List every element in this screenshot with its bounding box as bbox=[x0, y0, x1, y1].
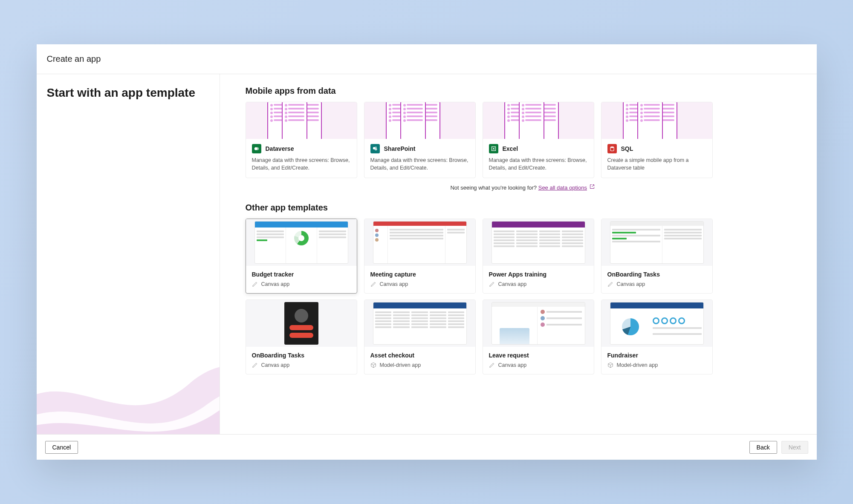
cube-icon bbox=[607, 362, 613, 368]
cube-icon bbox=[370, 362, 376, 368]
pencil-icon bbox=[370, 281, 376, 287]
data-source-desc: Manage data with three screens: Browse, … bbox=[252, 157, 351, 172]
template-type: Canvas app bbox=[489, 362, 588, 368]
templates-grid: Budget tracker Canvas app Meeting captur… bbox=[246, 219, 800, 374]
template-card-onboarding-tasks[interactable]: OnBoarding Tasks Canvas app bbox=[246, 300, 357, 374]
template-card-leave-request[interactable]: Leave request Canvas app bbox=[483, 300, 594, 374]
options-prompt: Not seeing what you're looking for? bbox=[450, 184, 538, 191]
data-source-card-sql[interactable]: SQL Create a simple mobile app from a Da… bbox=[601, 102, 713, 178]
template-name: Power Apps training bbox=[489, 271, 588, 278]
data-source-name: Excel bbox=[503, 145, 518, 152]
data-source-card-dataverse[interactable]: Dataverse Manage data with three screens… bbox=[246, 102, 357, 178]
data-source-thumb bbox=[483, 102, 594, 139]
back-button[interactable]: Back bbox=[749, 441, 777, 454]
template-name: Budget tracker bbox=[252, 271, 351, 278]
template-name: Asset checkout bbox=[370, 352, 469, 359]
template-thumb bbox=[601, 219, 712, 266]
footer: Cancel Back Next bbox=[37, 434, 817, 460]
template-type: Canvas app bbox=[370, 281, 469, 287]
template-name: OnBoarding Tasks bbox=[252, 352, 351, 359]
template-type: Canvas app bbox=[489, 281, 588, 287]
template-thumb bbox=[364, 219, 475, 266]
template-card-meeting-capture[interactable]: Meeting capture Canvas app bbox=[364, 219, 476, 294]
template-type: Canvas app bbox=[607, 281, 706, 287]
template-type: Canvas app bbox=[252, 281, 351, 287]
template-name: Fundraiser bbox=[607, 352, 706, 359]
dataverse-icon bbox=[252, 144, 261, 153]
excel-icon bbox=[489, 144, 498, 153]
template-name: OnBoarding Tasks bbox=[607, 271, 706, 278]
mobile-section-title: Mobile apps from data bbox=[246, 86, 800, 96]
cancel-button[interactable]: Cancel bbox=[45, 441, 78, 454]
pencil-icon bbox=[489, 362, 495, 368]
next-button[interactable]: Next bbox=[781, 441, 808, 454]
template-thumb bbox=[246, 300, 357, 347]
template-thumb bbox=[601, 300, 712, 347]
data-source-thumb bbox=[246, 102, 357, 139]
template-type: Canvas app bbox=[252, 362, 351, 368]
template-row: OnBoarding Tasks Canvas app Asset checko… bbox=[246, 300, 800, 374]
body: Start with an app template Mobile apps f… bbox=[37, 74, 817, 434]
svg-point-1 bbox=[256, 147, 259, 150]
data-source-desc: Manage data with three screens: Browse, … bbox=[489, 157, 588, 172]
data-source-thumb bbox=[364, 102, 475, 139]
template-name: Meeting capture bbox=[370, 271, 469, 278]
pencil-icon bbox=[252, 362, 258, 368]
template-card-power-apps-training[interactable]: Power Apps training Canvas app bbox=[483, 219, 594, 294]
sharepoint-icon bbox=[370, 144, 380, 153]
data-source-card-excel[interactable]: Excel Manage data with three screens: Br… bbox=[483, 102, 594, 178]
create-app-window: Create an app Start with an app template… bbox=[37, 44, 817, 460]
template-card-onboarding-tasks[interactable]: OnBoarding Tasks Canvas app bbox=[601, 219, 713, 294]
data-source-card-sharepoint[interactable]: SharePoint Manage data with three screen… bbox=[364, 102, 476, 178]
template-type: Model-driven app bbox=[370, 362, 469, 368]
data-source-desc: Manage data with three screens: Browse, … bbox=[370, 157, 469, 172]
pencil-icon bbox=[252, 281, 258, 287]
pencil-icon bbox=[489, 281, 495, 287]
external-link-icon bbox=[590, 184, 595, 190]
left-pane: Start with an app template bbox=[37, 74, 220, 434]
template-row: Budget tracker Canvas app Meeting captur… bbox=[246, 219, 800, 294]
template-card-fundraiser[interactable]: Fundraiser Model-driven app bbox=[601, 300, 713, 374]
see-all-data-options-link[interactable]: See all data options bbox=[538, 184, 587, 191]
sql-icon bbox=[607, 144, 617, 153]
template-thumb bbox=[483, 219, 594, 266]
data-source-name: SQL bbox=[621, 145, 633, 152]
data-source-thumb bbox=[601, 102, 712, 139]
template-thumb bbox=[364, 300, 475, 347]
data-source-name: Dataverse bbox=[266, 145, 294, 152]
data-options-row: Not seeing what you're looking for? See … bbox=[246, 184, 800, 191]
data-source-desc: Create a simple mobile app from a Datave… bbox=[607, 157, 706, 172]
templates-section-title: Other app templates bbox=[246, 203, 800, 213]
right-pane: Mobile apps from data Dataverse Manage d… bbox=[220, 74, 817, 434]
template-thumb bbox=[483, 300, 594, 347]
titlebar: Create an app bbox=[37, 44, 817, 74]
template-card-budget-tracker[interactable]: Budget tracker Canvas app bbox=[246, 219, 357, 294]
svg-point-5 bbox=[610, 147, 613, 148]
data-source-name: SharePoint bbox=[384, 145, 416, 152]
svg-point-4 bbox=[375, 147, 377, 149]
template-card-asset-checkout[interactable]: Asset checkout Model-driven app bbox=[364, 300, 476, 374]
template-type: Model-driven app bbox=[607, 362, 706, 368]
template-thumb bbox=[246, 219, 357, 266]
data-source-row: Dataverse Manage data with three screens… bbox=[246, 102, 800, 178]
template-name: Leave request bbox=[489, 352, 588, 359]
window-title: Create an app bbox=[47, 54, 101, 64]
pencil-icon bbox=[607, 281, 613, 287]
left-heading: Start with an app template bbox=[47, 86, 209, 100]
decorative-wave bbox=[37, 272, 220, 434]
